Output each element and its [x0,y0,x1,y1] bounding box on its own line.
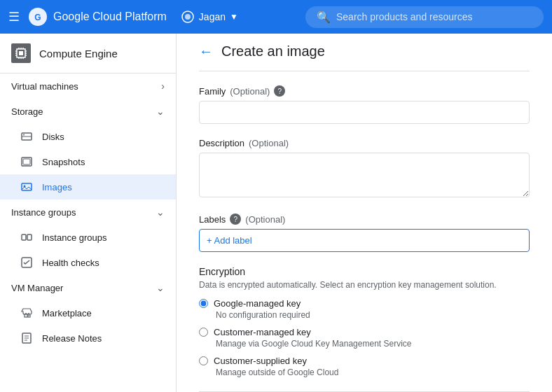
sidebar-section-storage-header[interactable]: Storage ⌄ [0,99,176,124]
sidebar-section-instance-groups-header[interactable]: Instance groups ⌄ [0,200,176,225]
encryption-section: Encryption Data is encrypted automatical… [199,266,530,377]
topbar-search-placeholder: Search products and resources [336,11,473,22]
sidebar-item-health-checks[interactable]: Health checks [0,250,176,275]
add-label-button[interactable]: + Add label [199,229,530,252]
encryption-title: Encryption [199,266,530,277]
encryption-google-label[interactable]: Google-managed key [199,298,530,309]
search-icon: 🔍 [317,10,331,24]
family-label: Family (Optional) ? [199,85,530,97]
sidebar-item-instance-groups[interactable]: Instance groups [0,225,176,250]
sidebar-item-instance-groups-label: Instance groups [42,232,107,243]
gcp-logo-icon: G [28,7,48,27]
sidebar-item-release-notes[interactable]: Release Notes [0,326,176,351]
topbar-project-icon [181,10,195,24]
sidebar-item-marketplace[interactable]: Marketplace [0,300,176,326]
sidebar-item-disks-label: Disks [42,132,64,142]
sidebar-header-title: Compute Engine [39,48,118,59]
encryption-customer-supplied-radio[interactable] [199,356,208,365]
sidebar-item-release-notes-label: Release Notes [42,333,102,344]
instance-groups-chevron-icon: ⌄ [156,206,165,218]
encryption-customer-managed-sublabel: Manage via Google Cloud Key Management S… [216,339,530,349]
labels-label: Labels ? (Optional) [199,214,530,225]
instance-group-icon-svg [20,231,33,244]
snapshot-icon [20,155,34,169]
encryption-customer-managed-radio[interactable] [199,328,208,337]
family-input[interactable] [199,101,530,124]
sidebar-item-marketplace-label: Marketplace [42,308,92,318]
topbar-project-chevron-icon: ▼ [230,12,238,22]
sidebar-item-snapshots-label: Snapshots [42,157,85,167]
sidebar-section-vms: Virtual machines › [0,74,176,99]
sidebar-section-vm-manager: VM Manager ⌄ Marketplace [0,275,176,351]
sidebar-section-vm-manager-header[interactable]: VM Manager ⌄ [0,275,176,300]
images-icon [20,180,34,194]
chip-icon [15,47,27,59]
encryption-google-radio[interactable] [199,299,208,308]
sidebar-section-storage: Storage ⌄ Disks [0,99,176,200]
labels-help-icon[interactable]: ? [230,214,241,225]
svg-rect-29 [28,315,30,317]
labels-optional-text: (Optional) [245,214,285,225]
health-check-icon [20,255,34,270]
description-input[interactable] [199,153,530,197]
sidebar-item-health-checks-label: Health checks [42,258,99,268]
back-button[interactable]: ← [199,43,213,59]
encryption-customer-supplied-label[interactable]: Customer-supplied key [199,356,530,366]
sidebar-section-vms-header[interactable]: Virtual machines › [0,74,176,99]
labels-label-text: Labels [199,214,226,225]
encryption-google-sublabel: No configuration required [216,310,530,320]
svg-rect-26 [27,234,32,240]
sidebar-item-snapshots[interactable]: Snapshots [0,149,176,174]
family-optional-text: (Optional) [230,86,270,97]
svg-rect-5 [19,51,23,55]
encryption-option-customer-managed: Customer-managed key Manage via Google C… [199,327,530,349]
instance-group-icon [20,230,34,244]
compute-engine-icon [11,43,31,63]
release-notes-icon-svg [20,332,33,344]
sidebar-item-images-label: Images [42,182,72,192]
page-title: Create an image [221,43,325,59]
topbar-project-name: Jagan [199,11,226,22]
topbar-project-selector[interactable]: Jagan ▼ [181,10,238,24]
sidebar-section-instance-groups-label: Instance groups [11,207,76,218]
encryption-customer-supplied-sublabel: Manage outside of Google Cloud [216,368,530,377]
release-notes-icon [20,331,34,345]
svg-rect-22 [23,159,30,164]
topbar: ☰ G Google Cloud Platform Jagan ▼ 🔍 Sear… [0,0,552,34]
topbar-logo: G Google Cloud Platform [28,7,167,27]
encryption-customer-managed-label[interactable]: Customer-managed key [199,327,530,337]
sidebar-header: Compute Engine [0,34,176,74]
sidebar-item-disks[interactable]: Disks [0,124,176,149]
storage-chevron-icon: ⌄ [156,106,165,117]
disk-icon-svg [20,130,33,143]
svg-point-20 [23,134,25,136]
sidebar-section-vm-manager-label: VM Manager [11,283,63,293]
encryption-radio-group: Google-managed key No configuration requ… [199,298,530,377]
sidebar-section-storage-label: Storage [11,106,43,117]
labels-field: Labels ? (Optional) + Add label [199,214,530,252]
sidebar-item-images[interactable]: Images [0,174,176,200]
sidebar-section-instance-groups: Instance groups ⌄ Instance groups [0,200,176,275]
encryption-customer-supplied-text: Customer-supplied key [214,356,307,366]
encryption-google-text: Google-managed key [214,298,301,309]
vm-manager-chevron-icon: ⌄ [156,282,165,293]
menu-icon[interactable]: ☰ [8,9,20,24]
description-label-text: Description [199,138,244,148]
encryption-customer-managed-text: Customer-managed key [214,327,311,337]
svg-point-3 [185,14,191,20]
svg-text:G: G [34,13,41,22]
topbar-logo-text: Google Cloud Platform [53,10,167,23]
encryption-desc: Data is encrypted automatically. Select … [199,280,530,290]
svg-rect-25 [22,234,26,240]
description-optional-text: (Optional) [249,138,289,148]
layout: Compute Engine Virtual machines › Storag… [0,34,552,392]
disk-icon [20,130,34,144]
topbar-search-bar[interactable]: 🔍 Search products and resources [305,6,544,28]
sidebar: Compute Engine Virtual machines › Storag… [0,34,177,392]
family-label-text: Family [199,86,226,97]
family-help-icon[interactable]: ? [274,85,285,97]
vms-chevron-icon: › [161,80,165,92]
marketplace-icon-svg [20,307,33,319]
main-content: ← Create an image Family (Optional) ? De… [177,34,552,392]
sidebar-section-vms-label: Virtual machines [11,81,78,92]
